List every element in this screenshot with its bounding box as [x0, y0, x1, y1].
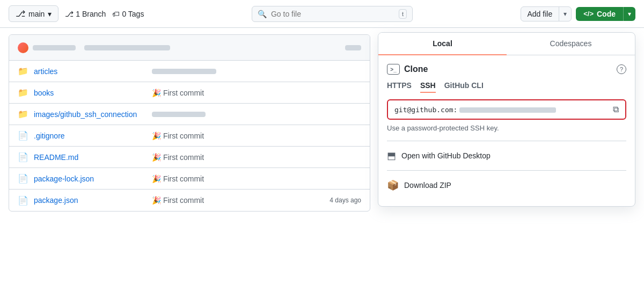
code-button[interactable]: </> Code ▾ [576, 7, 635, 21]
toolbar: ⎇ main ▾ ⎇ 1 Branch 🏷 0 Tags 🔍 t Add fi [0, 0, 644, 28]
branch-icon: ⎇ [16, 9, 25, 19]
table-row: 📄 package-lock.json 🎉 First commit [9, 168, 370, 190]
search-box: 🔍 t [150, 6, 514, 22]
table-row: 📄 package.json 🎉 First commit 4 days ago [9, 190, 370, 211]
divider2 [387, 170, 626, 171]
code-caret-icon: ▾ [624, 8, 635, 20]
search-input[interactable] [271, 10, 394, 18]
toolbar-right: Add file ▾ </> Code ▾ [521, 6, 636, 21]
file-commit [152, 67, 361, 76]
file-commit: 🎉 First commit [152, 132, 361, 140]
table-row: 📁 articles [9, 61, 370, 82]
clone-title-left: >_ Clone [387, 64, 428, 75]
file-table-header [9, 35, 370, 61]
file-table: 📁 articles 📁 books 🎉 First commit 📁 imag… [9, 34, 370, 212]
file-icon: 📄 [18, 152, 28, 162]
ssh-url-prefix: git@github.com: [394, 106, 457, 114]
clone-url-text: git@github.com: [394, 106, 609, 114]
panel-tabs: Local Codespaces [378, 33, 635, 55]
open-desktop-label: Open with GitHub Desktop [401, 151, 491, 160]
branch-meta: ⎇ 1 Branch 🏷 0 Tags [65, 10, 144, 18]
file-name[interactable]: README.md [34, 153, 152, 162]
commit-user-blurred [33, 45, 76, 50]
file-commit: 🎉 First commit [152, 153, 361, 162]
file-name[interactable]: .gitignore [34, 132, 152, 140]
add-file-button[interactable]: Add file ▾ [521, 6, 572, 21]
avatar [18, 42, 28, 53]
clone-section-title: >_ Clone ? [387, 64, 626, 75]
clone-tabs: HTTPS SSH GitHub CLI [387, 81, 626, 93]
help-icon[interactable]: ? [617, 64, 626, 74]
file-name[interactable]: articles [34, 67, 152, 76]
chevron-down-icon: ▾ [48, 10, 52, 18]
copy-icon[interactable]: ⧉ [613, 105, 619, 114]
table-row: 📄 .gitignore 🎉 First commit [9, 125, 370, 147]
clone-url-box: git@github.com: ⧉ [387, 99, 626, 120]
panel-section: >_ Clone ? HTTPS SSH GitHub CLI git@gith… [378, 55, 635, 206]
file-commit [152, 110, 361, 119]
clone-tab-ssh[interactable]: SSH [420, 81, 436, 93]
download-zip-label: Download ZIP [404, 181, 451, 190]
code-label-text: Code [597, 10, 616, 18]
table-row: 📁 books 🎉 First commit [9, 82, 370, 104]
commit-hash-blurred [345, 45, 361, 50]
add-file-label: Add file [521, 7, 560, 21]
terminal-icon: >_ [387, 64, 400, 75]
branch-meta-icon: ⎇ [65, 10, 74, 18]
file-name[interactable]: books [34, 89, 152, 97]
download-zip-action[interactable]: 📦 Download ZIP [387, 173, 626, 198]
file-name[interactable]: package-lock.json [34, 174, 152, 183]
folder-icon: 📁 [18, 88, 28, 98]
tab-codespaces[interactable]: Codespaces [507, 33, 635, 55]
tag-icon: 🏷 [112, 10, 120, 18]
clone-title-text: Clone [404, 64, 428, 74]
ssh-url-blurred [459, 107, 556, 113]
tag-count: 0 Tags [122, 10, 144, 18]
ssh-hint: Use a password-protected SSH key. [387, 124, 626, 132]
file-icon: 📄 [18, 173, 28, 184]
add-file-caret-icon: ▾ [559, 8, 571, 20]
file-name[interactable]: package.json [34, 196, 152, 205]
branch-label: main [28, 10, 45, 18]
file-time: 4 days ago [318, 196, 361, 204]
branch-count: 1 Branch [76, 10, 106, 18]
folder-icon: 📁 [18, 109, 28, 119]
search-kbd: t [399, 9, 407, 19]
commit-blurred [152, 69, 216, 74]
branch-selector-button[interactable]: ⎇ main ▾ [9, 5, 58, 22]
divider [387, 141, 626, 141]
file-name[interactable]: images/github_ssh_connection [34, 110, 152, 119]
tag-count-item[interactable]: 🏷 0 Tags [112, 10, 144, 18]
search-icon: 🔍 [258, 10, 267, 18]
clone-tab-cli[interactable]: GitHub CLI [444, 81, 484, 93]
file-commit: 🎉 First commit [152, 89, 361, 97]
table-row: 📁 images/github_ssh_connection [9, 104, 370, 125]
zip-icon: 📦 [387, 179, 399, 191]
file-commit: 🎉 First commit [152, 196, 318, 205]
commit-blurred [152, 112, 206, 117]
search-inner: 🔍 t [252, 6, 413, 22]
tab-local[interactable]: Local [378, 33, 507, 55]
folder-icon: 📁 [18, 66, 28, 76]
code-chevron-icon: </> [583, 10, 594, 18]
branch-count-item[interactable]: ⎇ 1 Branch [65, 10, 106, 18]
page-wrapper: ⎇ main ▾ ⎇ 1 Branch 🏷 0 Tags 🔍 t Add fi [0, 0, 644, 284]
clone-tab-https[interactable]: HTTPS [387, 81, 412, 93]
commit-message-blurred [84, 45, 170, 50]
open-desktop-action[interactable]: ⬒ Open with GitHub Desktop [387, 143, 626, 168]
file-commit: 🎉 First commit [152, 174, 361, 183]
file-icon: 📄 [18, 130, 28, 141]
file-icon: 📄 [18, 195, 28, 206]
table-row: 📄 README.md 🎉 First commit [9, 147, 370, 168]
desktop-icon: ⬒ [387, 150, 396, 162]
code-label: </> Code [576, 7, 624, 21]
code-dropdown-panel: Local Codespaces >_ Clone ? HTTPS SSH Gi… [378, 32, 635, 207]
